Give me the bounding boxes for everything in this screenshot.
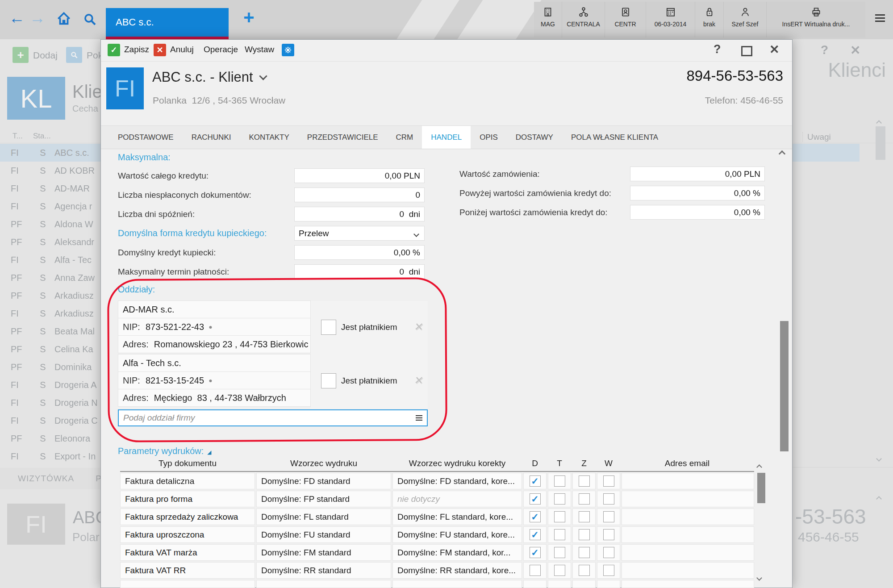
save-button[interactable]: Zapisz — [124, 45, 149, 54]
issue-menu[interactable]: Wystaw — [245, 45, 274, 54]
branch-input[interactable]: Podaj oddział firmy — [118, 409, 428, 426]
status-warehouse[interactable]: MAG — [534, 2, 562, 38]
cell-document-type[interactable]: Faktura uproszczona — [120, 526, 255, 543]
cell-document-type[interactable]: Faktura sprzedaży zaliczkowa — [120, 509, 255, 525]
checkbox-w[interactable] — [603, 493, 614, 505]
branch-name-cell[interactable]: Alfa - Tech s.c. — [118, 354, 311, 372]
checkbox-z[interactable] — [579, 475, 590, 487]
cell-email[interactable] — [622, 473, 754, 489]
dialog-tab[interactable]: POLA WŁASNE KLIENTA — [562, 126, 667, 149]
back-arrow-icon[interactable]: ← — [9, 10, 25, 26]
status-user[interactable]: Szef Szef — [723, 2, 766, 38]
scroll-up-icon[interactable] — [757, 463, 761, 471]
dialog-close-button[interactable]: ✕ — [769, 42, 780, 57]
checkbox-z[interactable] — [579, 493, 590, 505]
checkbox-t[interactable] — [554, 547, 565, 558]
cell-template[interactable]: Domyślne: FP standard — [256, 491, 391, 507]
field-input[interactable]: 0,00 PLN — [294, 168, 425, 183]
checkbox-z[interactable] — [579, 565, 590, 576]
cell-email[interactable] — [622, 526, 754, 543]
dialog-tab[interactable]: DOSTAWY — [507, 126, 562, 149]
cell-email[interactable] — [622, 491, 754, 507]
checkbox-w[interactable] — [603, 547, 614, 558]
dialog-tab[interactable]: CRM — [387, 126, 422, 149]
status-lock[interactable]: brak — [695, 2, 723, 38]
operations-menu[interactable]: Operacje — [204, 45, 238, 54]
menu-icon[interactable] — [875, 14, 885, 24]
save-icon[interactable]: ✓ — [108, 44, 120, 56]
cell-template[interactable]: Domyślne: FM standard — [256, 544, 391, 561]
cancel-button[interactable]: Anuluj — [170, 45, 194, 54]
payer-checkbox[interactable] — [321, 320, 336, 335]
checkbox-w[interactable] — [603, 565, 614, 576]
status-user-card[interactable]: CENTR — [605, 2, 646, 38]
detach-icon[interactable]: ✕ — [413, 321, 424, 333]
checkbox-z[interactable] — [579, 511, 590, 522]
cell-document-type[interactable]: Faktura pro forma — [120, 491, 255, 507]
dialog-help-button[interactable]: ? — [714, 42, 721, 56]
status-branch[interactable]: CENTRALA — [562, 2, 605, 38]
cancel-icon[interactable]: ✕ — [154, 44, 166, 56]
cell-correction-template[interactable]: Domyślne: FM standard, kor... — [392, 544, 522, 561]
scroll-down-icon[interactable] — [757, 574, 761, 582]
checkbox-w[interactable] — [603, 529, 614, 540]
payer-checkbox[interactable] — [321, 373, 336, 388]
cell-correction-template[interactable]: nie dotyczy — [392, 491, 522, 507]
field-input[interactable]: 0 dni — [294, 207, 425, 221]
field-input[interactable]: 0,00 % — [630, 186, 765, 200]
dialog-tab[interactable]: OPIS — [471, 126, 507, 149]
scroll-up-icon[interactable] — [780, 150, 785, 158]
forward-arrow-icon[interactable]: → — [29, 10, 46, 26]
cell-correction-template[interactable]: Domyślne: RR standard, kore... — [392, 562, 522, 579]
dialog-tab[interactable]: RACHUNKI — [183, 126, 240, 149]
document-tab[interactable]: ABC s.c. — [106, 8, 229, 37]
cell-document-type[interactable]: Faktura VAT RR — [120, 562, 255, 579]
field-input[interactable]: 0 dni — [294, 264, 425, 279]
checkbox-t[interactable] — [554, 565, 565, 576]
branch-address-cell[interactable]: Adres: Męckiego 83 , 44-738 Wałbrzych — [118, 389, 311, 407]
collapse-triangle-icon[interactable]: ◢ — [207, 449, 211, 455]
cell-template[interactable]: Domyślne: FL standard — [256, 509, 391, 525]
dialog-title[interactable]: ABC s.c. - Klient — [152, 69, 266, 85]
dialog-tab[interactable]: PODSTAWOWE — [109, 126, 183, 149]
dialog-tab[interactable]: HANDEL — [422, 126, 471, 149]
dialog-tab[interactable]: PRZEDSTAWICIELE — [298, 126, 387, 149]
cell-email[interactable] — [622, 562, 754, 579]
field-input[interactable]: 0,00 PLN — [630, 167, 765, 181]
field-input[interactable]: 0 — [294, 188, 425, 202]
field-input[interactable]: Przelew — [294, 226, 425, 241]
cell-email[interactable] — [622, 544, 754, 561]
cell-email[interactable] — [622, 509, 754, 525]
checkbox-t[interactable] — [554, 493, 565, 505]
checkbox-w[interactable] — [603, 511, 614, 522]
checkbox-d[interactable] — [530, 511, 541, 522]
cell-template[interactable]: Domyślne: RR standard — [256, 562, 391, 579]
checkbox-z[interactable] — [579, 529, 590, 540]
checkbox-d[interactable] — [530, 529, 541, 540]
cell-correction-template[interactable]: Domyślne: FD standard, kore... — [392, 473, 522, 489]
branch-address-cell[interactable]: Adres: Romanowskiego 23 , 44-753 Bierkow… — [118, 335, 311, 353]
cell-correction-template[interactable]: Domyślne: FL standard, kore... — [392, 509, 522, 525]
field-input[interactable]: 0,00 % — [294, 245, 425, 260]
cell-correction-template[interactable]: Domyślne: FU standard, kore... — [392, 526, 522, 543]
cell-document-type[interactable]: Faktura detaliczna — [120, 473, 255, 489]
cell-template[interactable]: Domyślne: FD standard — [256, 473, 391, 489]
checkbox-d[interactable] — [530, 565, 541, 576]
checkbox-d[interactable] — [530, 547, 541, 558]
status-printer[interactable]: InsERT Wirtualna druk... — [766, 2, 865, 38]
dialog-tab[interactable]: KONTAKTY — [240, 126, 298, 149]
branch-nip-cell[interactable]: NIP: 873-521-22-43 ● — [118, 318, 311, 336]
checkbox-d[interactable] — [530, 475, 541, 487]
maximize-button[interactable] — [741, 46, 752, 56]
scrollbar-thumb[interactable] — [757, 473, 765, 503]
status-date[interactable]: 06-03-2014 — [646, 2, 695, 38]
list-picker-icon[interactable] — [416, 414, 422, 422]
checkbox-z[interactable] — [579, 547, 590, 558]
cell-document-type[interactable]: Faktura VAT marża — [120, 544, 255, 561]
branch-nip-cell[interactable]: NIP: 821-53-15-245 ● — [118, 371, 311, 389]
field-input[interactable]: 0,00 % — [630, 205, 765, 220]
checkbox-w[interactable] — [603, 475, 614, 487]
branch-name-cell[interactable]: AD-MAR s.c. — [118, 300, 311, 318]
checkbox-t[interactable] — [554, 511, 565, 522]
home-icon[interactable] — [56, 11, 71, 27]
